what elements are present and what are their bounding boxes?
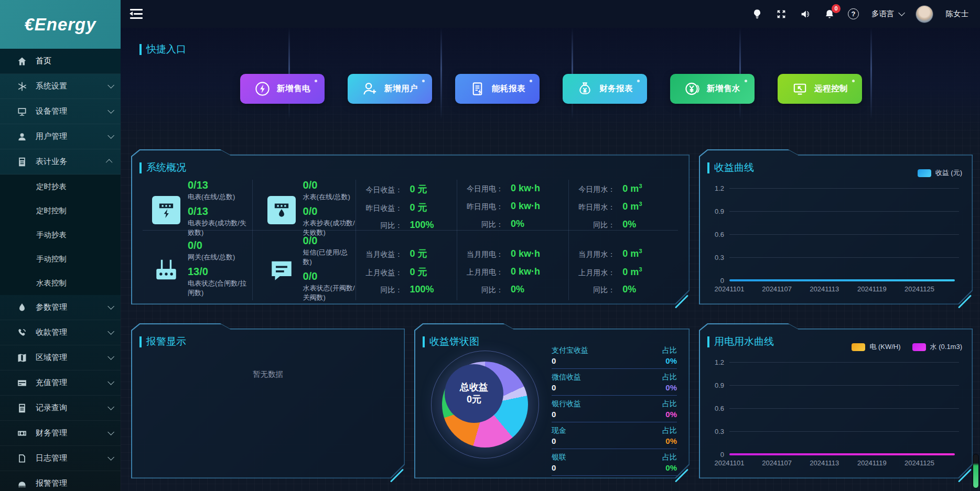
legend-item[interactable]: 收益 (元) — [918, 168, 962, 178]
kv-value: 0 m3 — [622, 266, 642, 278]
quick-button-2[interactable]: 能耗报表 — [455, 74, 540, 104]
notification-bell-icon[interactable]: 0 — [824, 8, 835, 20]
kv-row: 今日用电：0 kw·h — [459, 183, 566, 194]
fullscreen-icon[interactable] — [776, 8, 787, 20]
chevron-down-icon — [107, 303, 114, 310]
kv-row: 同比：100% — [358, 284, 455, 295]
sidebar-item-8[interactable]: 充值管理 — [0, 370, 121, 396]
sidebar-item-label: 用户管理 — [36, 132, 67, 141]
sidebar-subitem-1[interactable]: 定时控制 — [0, 199, 121, 223]
kv-label: 昨日用电： — [459, 202, 503, 212]
sidebar-item-6[interactable]: 收款管理 — [0, 320, 121, 345]
chevron-up-icon — [106, 159, 113, 166]
y-axis-tick: 0.9 — [715, 381, 724, 389]
kv-row: 当月用水：0 m3 — [571, 248, 681, 259]
kv-label: 上月用电： — [459, 268, 503, 277]
pie-legend: 支付宝收益占比00%微信收益占比00%银行收益占比00%现金占比00%银联占比0… — [552, 342, 677, 476]
collapse-menu-icon[interactable] — [130, 9, 143, 19]
quick-button-label: 远程控制 — [814, 83, 848, 94]
sidebar-item-12[interactable]: 报警管理 — [0, 471, 121, 491]
x-axis-tick: 20241107 — [762, 459, 792, 467]
sidebar-item-2[interactable]: 设备管理 — [0, 99, 121, 124]
legend-item[interactable]: 水 (0.1m3) — [912, 342, 962, 352]
kv-row: 今日收益：0 元 — [358, 183, 455, 195]
stat-value: 0/13 — [188, 179, 252, 191]
quick-button-0[interactable]: 新增售电 — [240, 74, 325, 104]
sidebar-item-9[interactable]: 记录查询 — [0, 396, 121, 421]
stat-value: 13/0 — [188, 266, 252, 278]
money-icon — [17, 428, 27, 439]
language-selector[interactable]: 多语言 — [871, 9, 903, 19]
pie-legend-percent: 0% — [665, 437, 677, 445]
usage-curve-title: 用电用水曲线 — [707, 335, 774, 348]
kv-label: 同比： — [459, 220, 503, 230]
usage-plot: 1.20.90.60.30202411012024110720241113202… — [729, 362, 959, 454]
pie-ratio-label: 占比 — [662, 399, 677, 409]
sidebar-subitem-0[interactable]: 定时抄表 — [0, 174, 121, 199]
revenue-curve-title: 收益曲线 — [707, 161, 754, 174]
stat-group: 0/0短信(已使用/总数)0/0水表状态(开阀数/关阀数) — [253, 240, 356, 300]
pie-legend-label: 微信收益 — [552, 373, 581, 382]
gridline — [729, 408, 959, 409]
coin-yen-icon — [684, 81, 701, 97]
sys-stat-column: 0/13电表(在线/总数)0/13电表抄表(成功数/失败数)0/0网关(在线/总… — [137, 180, 252, 300]
pie-ratio-label: 占比 — [662, 453, 677, 462]
pie-legend-label: 支付宝收益 — [552, 346, 588, 355]
legend-swatch — [912, 343, 926, 351]
sidebar-item-3[interactable]: 用户管理 — [0, 124, 121, 149]
main-content: 快捷入口 新增售电新增用户能耗报表财务报表新增售水远程控制 系统概况 0/13电… — [121, 28, 980, 491]
data-line-at-zero — [729, 279, 955, 282]
sidebar-subitem-3[interactable]: 手动控制 — [0, 247, 121, 271]
sidebar-item-label: 财务管理 — [36, 428, 67, 438]
kv-row: 今日用水：0 m3 — [571, 183, 681, 194]
electric-meter-icon — [152, 196, 180, 224]
y-axis-tick: 0.6 — [715, 405, 724, 412]
x-axis-tick: 20241101 — [715, 459, 745, 467]
quick-button-5[interactable]: 远程控制 — [778, 74, 862, 104]
sidebar-item-10[interactable]: 财务管理 — [0, 421, 121, 446]
quick-button-1[interactable]: 新增用户 — [348, 74, 432, 104]
quick-button-3[interactable]: 财务报表 — [563, 74, 647, 104]
sidebar-subitem-4[interactable]: 水表控制 — [0, 271, 121, 295]
chevron-down-icon — [107, 403, 114, 410]
pie-legend-row[interactable]: 银联占比00% — [552, 449, 677, 476]
help-icon[interactable]: ? — [848, 8, 859, 19]
kv-value: 0 元 — [410, 183, 427, 195]
kv-value: 0% — [511, 219, 524, 230]
legend-item[interactable]: 电 (KW/H) — [852, 342, 900, 352]
pie-legend-row[interactable]: 银行收益占比00% — [552, 396, 677, 422]
theme-bulb-icon[interactable] — [751, 8, 763, 20]
sidebar-subitem-2[interactable]: 手动抄表 — [0, 223, 121, 247]
gridline — [729, 431, 959, 432]
quick-button-4[interactable]: 新增售水 — [670, 74, 755, 104]
sidebar-item-11[interactable]: 日志管理 — [0, 446, 121, 471]
y-axis-tick: 1.2 — [715, 184, 724, 192]
sidebar-item-4[interactable]: 表计业务 — [0, 149, 121, 174]
sidebar-item-7[interactable]: 区域管理 — [0, 345, 121, 370]
x-axis-tick: 20241119 — [857, 459, 887, 467]
pie-legend-percent: 0% — [665, 383, 677, 392]
kv-value: 0 元 — [410, 266, 427, 278]
scrollbar-thumb[interactable] — [973, 454, 979, 488]
avatar[interactable] — [916, 5, 933, 23]
pie-legend-row[interactable]: 微信收益占比00% — [552, 369, 677, 396]
pie-legend-row[interactable]: 支付宝收益占比00% — [552, 342, 677, 369]
system-overview-panel: 系统概况 0/13电表(在线/总数)0/13电表抄表(成功数/失败数)0/0网关… — [131, 149, 690, 304]
language-label: 多语言 — [871, 9, 895, 19]
sidebar-item-5[interactable]: 参数管理 — [0, 295, 121, 320]
y-axis-tick: 0 — [720, 277, 724, 285]
y-axis-tick: 1.2 — [715, 358, 724, 366]
pie-legend-value: 0 — [552, 383, 556, 392]
pie-ratio-label: 占比 — [662, 373, 677, 382]
notification-badge: 0 — [832, 4, 841, 13]
gateway-icon — [152, 256, 180, 285]
alarm-display-title: 报警显示 — [139, 335, 186, 348]
stat-label: 网关(在线/总数) — [188, 253, 252, 262]
kv-row: 上月收益：0 元 — [358, 266, 455, 278]
pie-legend-row[interactable]: 现金占比00% — [552, 422, 677, 449]
speaker-icon[interactable] — [800, 8, 811, 20]
stat-label: 短信(已使用/总数) — [303, 248, 356, 267]
sidebar-item-0[interactable]: 首页 — [0, 49, 121, 74]
stat-group: 0/13电表(在线/总数)0/13电表抄表(成功数/失败数) — [137, 180, 252, 240]
sidebar-item-1[interactable]: 系统设置 — [0, 74, 121, 99]
